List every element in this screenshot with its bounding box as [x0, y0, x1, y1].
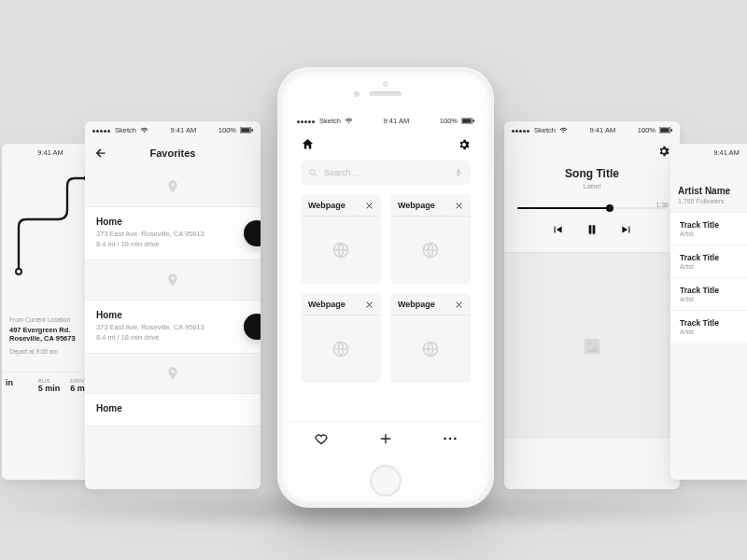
track-title: Track Title — [680, 318, 747, 328]
status-time: 9:41 AM — [37, 148, 63, 157]
favorite-item[interactable]: Home — [85, 393, 261, 427]
tab-card[interactable]: Webpage — [390, 194, 471, 284]
progress-bar[interactable]: 1:38 — [517, 203, 667, 213]
close-icon[interactable] — [455, 301, 463, 309]
track-artist: Artist — [680, 329, 747, 335]
player-screen: Sketch 9:41 AM 100% Song Title Label 1:3… — [504, 121, 680, 489]
mic-icon[interactable] — [454, 167, 463, 178]
status-battery: 100% — [440, 117, 458, 125]
gear-icon[interactable] — [657, 145, 670, 158]
svg-rect-3 — [241, 128, 249, 133]
home-button[interactable] — [370, 465, 402, 497]
tab-label: Webpage — [308, 300, 345, 309]
elapsed-time: 1:38 — [655, 202, 669, 208]
track-artist: Artist — [680, 263, 747, 270]
gear-icon[interactable] — [458, 138, 471, 151]
tab-label: Webpage — [308, 201, 345, 210]
favorite-address: 373 East Ave. Roseville, CA 95613 — [96, 230, 249, 238]
bottom-toolbar — [289, 421, 482, 454]
pin-icon — [165, 179, 180, 194]
favorite-meta: 8.4 mi / 18 min drive — [96, 240, 249, 248]
song-label: Label — [504, 182, 680, 190]
browser-screen: Sketch 9:41 AM 100% Search… Webpage — [289, 112, 482, 454]
close-icon[interactable] — [365, 202, 374, 210]
phone-mockup: Sketch 9:41 AM 100% Search… Webpage — [277, 67, 494, 508]
svg-rect-11 — [462, 119, 471, 123]
favorite-address: 373 East Ave. Roseville, CA 95613 — [96, 323, 249, 331]
pin-icon — [165, 273, 180, 287]
favorite-meta: 8.4 mi / 18 min drive — [96, 333, 249, 342]
svg-point-20 — [444, 438, 446, 441]
track-row[interactable]: Track TitleArtist — [670, 277, 747, 310]
close-icon[interactable] — [365, 301, 374, 309]
depart-time: Depart at 9:00 am — [9, 348, 92, 355]
transport-tab[interactable]: BUS5 min — [35, 372, 67, 399]
battery-icon — [240, 127, 253, 133]
svg-point-13 — [310, 169, 316, 175]
tab-card[interactable]: Webpage — [301, 293, 381, 383]
status-carrier: Sketch — [319, 117, 341, 125]
svg-point-21 — [448, 438, 451, 441]
track-row[interactable]: Track TitleArtist — [670, 212, 747, 245]
status-bar: Sketch 9:41 AM 100% — [85, 121, 261, 139]
favorite-item[interactable]: Home 373 East Ave. Roseville, CA 95613 8… — [85, 206, 261, 260]
pause-button[interactable] — [585, 222, 599, 237]
svg-rect-12 — [472, 119, 474, 122]
transport-tab[interactable]: in — [2, 372, 35, 399]
globe-icon — [331, 340, 350, 358]
track-artist: Artist — [680, 296, 747, 302]
artist-name: Artist Name — [678, 186, 747, 196]
search-icon — [308, 168, 318, 178]
from-label: From Current Location — [9, 316, 92, 323]
svg-rect-7 — [670, 129, 672, 132]
tab-card[interactable]: Webpage — [390, 293, 471, 383]
globe-icon — [421, 241, 440, 259]
search-placeholder: Search… — [324, 168, 359, 177]
wifi-icon — [140, 127, 148, 133]
globe-icon — [421, 340, 440, 358]
tab-label: Webpage — [398, 201, 435, 210]
artist-screen: 9:41 AM Artist Name 1,785 Followers Trac… — [670, 144, 747, 480]
status-time: 9:41 AM — [171, 126, 197, 134]
svg-point-22 — [454, 438, 457, 441]
home-icon[interactable] — [301, 137, 315, 151]
favorite-name: Home — [96, 217, 249, 227]
status-time: 9:41 AM — [590, 126, 616, 134]
next-button[interactable] — [620, 223, 633, 236]
favorite-item[interactable]: Home 373 East Ave. Roseville, CA 95613 8… — [85, 300, 261, 354]
favorites-screen: Sketch 9:41 AM 100% Favorites Home 373 E… — [85, 121, 261, 489]
status-carrier: Sketch — [115, 126, 136, 134]
status-battery: 100% — [218, 126, 236, 134]
status-bar: 9:41 AM — [670, 144, 747, 161]
status-bar: Sketch 9:41 AM 100% — [504, 121, 680, 139]
back-icon[interactable] — [94, 147, 107, 160]
more-icon[interactable] — [443, 437, 458, 441]
destination-address: 497 Evergreen Rd. Roseville, CA 95673 — [9, 326, 92, 343]
close-icon[interactable] — [455, 202, 463, 210]
svg-rect-6 — [660, 128, 669, 133]
song-title: Song Title — [504, 167, 680, 180]
svg-rect-4 — [251, 129, 253, 132]
add-button[interactable] — [378, 431, 393, 446]
track-title: Track Title — [680, 286, 747, 295]
search-input[interactable]: Search… — [301, 161, 471, 185]
album-artwork — [504, 252, 680, 439]
previous-button[interactable] — [551, 223, 564, 236]
globe-icon — [331, 241, 350, 259]
favorites-title: Favorites — [150, 147, 196, 159]
wifi-icon — [559, 127, 568, 133]
track-artist: Artist — [680, 231, 747, 237]
track-title: Track Title — [680, 253, 747, 262]
favorite-name: Home — [96, 403, 249, 413]
track-row[interactable]: Track TitleArtist — [670, 310, 747, 343]
tab-card[interactable]: Webpage — [301, 194, 381, 284]
tab-label: Webpage — [398, 300, 435, 309]
status-time: 9:41 AM — [713, 148, 740, 157]
battery-icon — [659, 127, 672, 133]
heart-icon[interactable] — [314, 431, 329, 446]
svg-point-0 — [16, 269, 21, 274]
svg-rect-15 — [458, 169, 460, 174]
artist-followers: 1,785 Followers — [678, 198, 747, 204]
battery-icon — [461, 118, 474, 124]
track-row[interactable]: Track TitleArtist — [670, 245, 747, 277]
